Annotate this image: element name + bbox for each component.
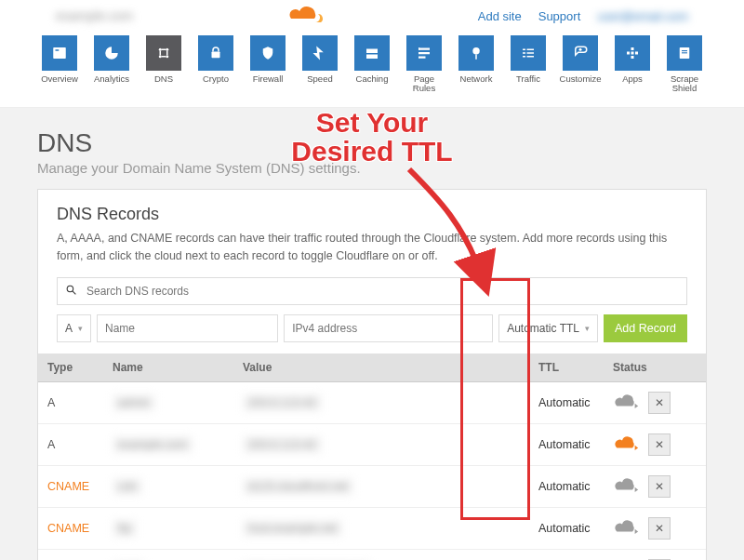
scrapeshield-icon	[667, 35, 702, 71]
nav-pagerules[interactable]: Page Rules	[403, 35, 445, 94]
cell-status: ✕	[604, 382, 706, 424]
cell-type[interactable]: CNAME	[38, 550, 103, 560]
table-row: CNAMEcdnd123.cloudfront.netAutomatic✕	[38, 466, 706, 508]
cell-ttl[interactable]: Automatic	[529, 508, 604, 550]
nav-label: Traffic	[507, 74, 550, 84]
support-link[interactable]: Support	[538, 9, 581, 23]
analytics-icon	[94, 35, 129, 71]
cell-type[interactable]: CNAME	[38, 508, 103, 550]
add-site-link[interactable]: Add site	[478, 9, 522, 23]
nav-label: Firewall	[246, 74, 289, 84]
panel-description: A, AAAA, and CNAME records can have thei…	[57, 230, 687, 265]
nav-label: Apps	[611, 74, 654, 84]
pagerules-icon	[406, 35, 442, 71]
cell-status: ✕	[604, 424, 706, 466]
col-type: Type	[38, 353, 103, 382]
overview-icon	[42, 35, 77, 71]
delete-record-button[interactable]: ✕	[648, 475, 671, 498]
main-nav: OverviewAnalyticsDNSCryptoFirewallSpeedC…	[0, 35, 744, 108]
record-value-field[interactable]	[284, 314, 493, 342]
cell-value[interactable]: 203.0.113.42	[233, 424, 529, 466]
speed-icon	[302, 35, 338, 71]
nav-analytics[interactable]: Analytics	[90, 35, 133, 94]
nav-dns[interactable]: DNS	[142, 35, 185, 94]
cell-status: ✕	[604, 466, 706, 508]
nav-caching[interactable]: Caching	[351, 35, 393, 94]
table-row: CNAMEmailghs.googlehosted.comAutomatic✕	[38, 550, 706, 560]
col-status: Status	[604, 353, 706, 382]
cell-value[interactable]: host.example.net	[233, 508, 529, 550]
chevron-down-icon: ▾	[585, 324, 590, 333]
account-email-link[interactable]: user@email.com	[597, 9, 688, 23]
search-input[interactable]	[85, 284, 679, 299]
nav-traffic[interactable]: Traffic	[507, 35, 550, 94]
firewall-icon	[250, 35, 286, 71]
cell-status: ✕	[604, 508, 706, 550]
delete-record-button[interactable]: ✕	[648, 517, 671, 540]
proxy-toggle-cloud-icon[interactable]	[613, 435, 639, 455]
cell-name[interactable]: example.com	[103, 424, 233, 466]
nav-apps[interactable]: Apps	[611, 35, 654, 94]
record-type-value: A	[65, 322, 73, 335]
delete-record-button[interactable]: ✕	[648, 392, 671, 414]
page-title: DNS	[37, 128, 707, 158]
cell-ttl[interactable]: Automatic	[529, 382, 604, 424]
nav-overview[interactable]: Overview	[38, 35, 81, 94]
record-type-select[interactable]: A ▾	[57, 314, 91, 342]
network-icon	[458, 35, 494, 71]
nav-label: Overview	[38, 74, 81, 84]
proxy-toggle-cloud-icon[interactable]	[613, 393, 639, 413]
current-domain[interactable]: example.com	[56, 8, 133, 23]
cell-name[interactable]: cdn	[103, 466, 233, 508]
nav-firewall[interactable]: Firewall	[246, 35, 289, 94]
page-subtitle: Manage your Domain Name System (DNS) set…	[37, 160, 707, 176]
cell-value[interactable]: 203.0.113.42	[233, 382, 529, 424]
proxy-toggle-cloud-icon[interactable]	[613, 519, 639, 539]
cell-type[interactable]: CNAME	[38, 466, 103, 508]
add-record-row: A ▾ Automatic TTL ▾ Add Record	[57, 314, 687, 342]
cell-name[interactable]: mail	[103, 550, 233, 560]
cell-name[interactable]: ftp	[103, 508, 233, 550]
table-row: CNAMEftphost.example.netAutomatic✕	[38, 508, 706, 550]
nav-scrapeshield[interactable]: Scrape Shield	[663, 35, 706, 94]
table-row: Aadmin203.0.113.42Automatic✕	[38, 382, 706, 424]
cell-type[interactable]: A	[38, 382, 103, 424]
nav-network[interactable]: Network	[455, 35, 498, 94]
nav-label: Crypto	[194, 74, 237, 84]
chevron-down-icon: ▾	[78, 324, 83, 333]
cell-value[interactable]: ghs.googlehosted.com	[233, 550, 529, 560]
nav-label: DNS	[142, 74, 185, 84]
nav-speed[interactable]: Speed	[299, 35, 341, 94]
topbar: example.com Add site Support user@email.…	[0, 0, 744, 35]
proxy-toggle-cloud-icon[interactable]	[613, 477, 639, 497]
cell-type[interactable]: A	[38, 424, 103, 466]
nav-customize[interactable]: Customize	[559, 35, 602, 94]
search-icon	[65, 284, 77, 299]
dns-records-table: Type Name Value TTL Status Aadmin203.0.1…	[38, 353, 706, 560]
nav-label: Speed	[299, 74, 341, 84]
record-ttl-select[interactable]: Automatic TTL ▾	[498, 314, 598, 342]
table-row: Aexample.com203.0.113.42Automatic✕	[38, 424, 706, 466]
col-value: Value	[233, 353, 529, 382]
delete-record-button[interactable]: ✕	[648, 433, 671, 456]
nav-crypto[interactable]: Crypto	[194, 35, 237, 94]
record-value-input[interactable]	[285, 322, 492, 335]
cell-status: ✕	[604, 550, 706, 560]
nav-label: Scrape Shield	[663, 74, 706, 94]
nav-label: Caching	[351, 74, 393, 84]
col-ttl: TTL	[529, 353, 604, 382]
search-box[interactable]	[57, 277, 687, 305]
cell-name[interactable]: admin	[103, 382, 233, 424]
add-record-button[interactable]: Add Record	[604, 314, 687, 342]
col-name: Name	[103, 353, 233, 382]
cell-ttl[interactable]: Automatic	[529, 424, 604, 466]
dns-records-panel: DNS Records A, AAAA, and CNAME records c…	[37, 189, 707, 560]
record-ttl-value: Automatic TTL	[507, 322, 579, 335]
cell-ttl[interactable]: Automatic	[529, 466, 604, 508]
cell-ttl[interactable]: Automatic	[529, 550, 604, 560]
crypto-icon	[198, 35, 233, 71]
nav-label: Network	[455, 74, 498, 84]
record-name-input[interactable]	[98, 322, 277, 335]
record-name-field[interactable]	[97, 314, 278, 342]
cell-value[interactable]: d123.cloudfront.net	[233, 466, 529, 508]
